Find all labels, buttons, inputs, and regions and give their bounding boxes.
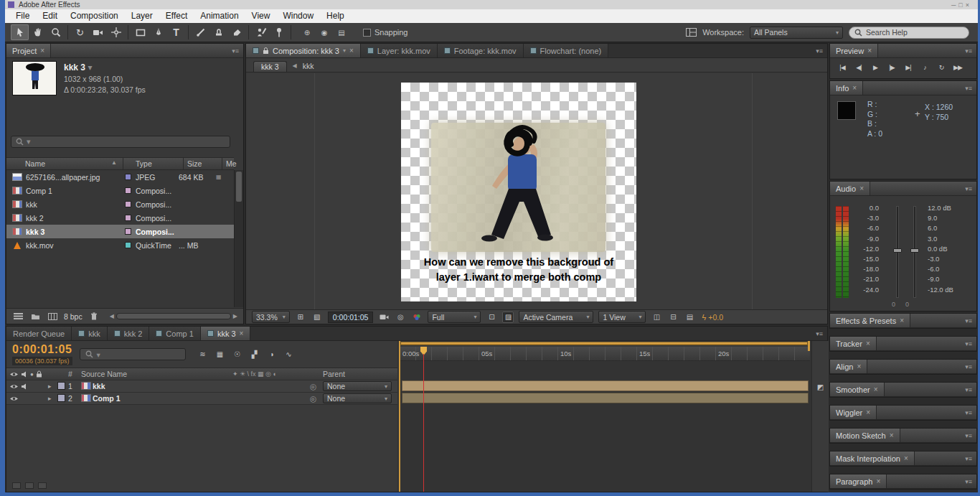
label-color-swatch[interactable] — [125, 242, 131, 248]
visibility-icon[interactable] — [9, 396, 19, 402]
new-composition-icon[interactable] — [47, 311, 58, 322]
column-name[interactable]: Name — [25, 159, 45, 168]
layer-color-swatch[interactable] — [57, 382, 68, 391]
project-search-input[interactable] — [11, 136, 230, 148]
close-icon[interactable] — [874, 385, 878, 393]
time-ruler[interactable]: 0:00s05s10s15s20s — [400, 347, 810, 361]
help-search-input[interactable]: Search Help — [849, 27, 969, 39]
view-layout-dropdown[interactable]: 1 View — [598, 311, 646, 323]
camera-tool[interactable] — [89, 24, 107, 40]
menu-item[interactable]: View — [245, 9, 277, 23]
type-tool[interactable]: T — [167, 24, 185, 40]
pan-behind-tool[interactable] — [107, 24, 125, 40]
panel-menu-icon[interactable] — [961, 432, 976, 439]
camera-dropdown[interactable]: Active Camera — [519, 311, 593, 323]
collapsed-panel-tab[interactable]: Wiggler — [830, 406, 877, 419]
show-channels-icon[interactable] — [411, 312, 423, 323]
eraser-tool[interactable] — [227, 24, 245, 40]
label-color-swatch[interactable] — [125, 187, 131, 194]
chevron-down-icon[interactable] — [97, 350, 100, 359]
audio-tab[interactable]: Audio — [830, 182, 870, 195]
close-icon[interactable] — [900, 317, 904, 324]
snapping-checkbox[interactable] — [363, 29, 371, 37]
close-icon[interactable] — [240, 329, 244, 337]
project-scrollbar[interactable] — [234, 170, 243, 307]
next-frame-button[interactable]: |▶ — [884, 62, 900, 73]
label-color-swatch[interactable] — [125, 228, 131, 235]
speaker-icon[interactable] — [21, 371, 28, 378]
bit-depth-button[interactable]: 8 bpc — [64, 312, 83, 321]
timeline-graph-area[interactable]: 0:00s05s10s15s20s — [399, 341, 810, 492]
breadcrumb-parent[interactable]: kkk — [303, 62, 314, 72]
previous-frame-button[interactable]: ◀| — [851, 62, 867, 73]
panel-menu-icon[interactable] — [961, 317, 976, 324]
motion-blur-icon[interactable]: ◑ — [266, 349, 278, 360]
project-item-row[interactable]: kkk Composi... — [6, 197, 234, 211]
layer-duration-bar[interactable] — [402, 393, 809, 403]
project-tab[interactable]: Project — [6, 44, 51, 57]
panel-menu-icon[interactable] — [227, 47, 243, 55]
layer-name[interactable]: kkk — [93, 382, 232, 390]
frame-blend-icon[interactable]: ▞ — [249, 349, 260, 360]
viewer-timecode[interactable]: 0:00:01:05 — [328, 312, 374, 323]
parent-dropdown[interactable]: None — [323, 381, 392, 391]
menu-item[interactable]: File — [9, 9, 36, 23]
collapsed-panel-tab[interactable]: Motion Sketch — [830, 429, 900, 442]
scrollbar-thumb[interactable] — [236, 172, 242, 202]
layer-name[interactable]: Comp 1 — [93, 394, 232, 403]
show-snapshot-icon[interactable] — [395, 312, 406, 323]
work-area[interactable] — [400, 341, 810, 347]
pick-whip-icon[interactable] — [310, 394, 323, 403]
project-item-row[interactable]: kkk 3 Composi... — [6, 225, 234, 238]
trash-icon[interactable] — [88, 311, 100, 322]
mini-flowchart-icon[interactable]: ≋ — [197, 349, 209, 360]
rotation-tool[interactable]: ↻ — [71, 24, 89, 40]
new-folder-icon[interactable] — [29, 311, 41, 322]
window-control-button[interactable]: ─ — [951, 1, 958, 9]
viewer-tab[interactable]: Footage: kkk.mov — [438, 44, 524, 57]
info-tab[interactable]: Info — [830, 81, 863, 95]
region-of-interest-icon[interactable] — [486, 312, 497, 323]
lock-icon[interactable] — [36, 370, 42, 378]
column-type[interactable]: Type — [136, 159, 152, 168]
label-color-swatch[interactable] — [125, 215, 131, 221]
shape-tool[interactable] — [131, 24, 149, 40]
audio-slider-left[interactable] — [896, 206, 899, 298]
collapsed-panel-tab[interactable]: Align — [830, 360, 867, 373]
pick-whip-icon[interactable] — [310, 382, 323, 390]
interpret-footage-icon[interactable] — [12, 311, 24, 322]
layer-color-swatch[interactable] — [57, 394, 68, 403]
close-icon[interactable] — [40, 47, 44, 55]
panel-menu-icon[interactable] — [961, 455, 976, 462]
roto-brush-tool[interactable] — [252, 24, 270, 40]
preview-tab[interactable]: Preview — [830, 44, 878, 57]
close-icon[interactable] — [349, 47, 354, 55]
close-icon[interactable] — [904, 454, 908, 462]
workspace-icon[interactable] — [685, 27, 697, 38]
visibility-icon[interactable] — [9, 383, 19, 390]
project-hscrollbar[interactable]: ◀▶ — [110, 313, 237, 319]
chevron-down-icon[interactable] — [343, 47, 346, 54]
timeline-footer-toggles[interactable] — [12, 482, 47, 489]
play-button[interactable]: ▶ — [867, 62, 883, 73]
label-color-swatch[interactable] — [125, 201, 131, 207]
project-table-header[interactable]: Name ▲ Type Size Me — [6, 157, 234, 170]
work-area-end-handle[interactable] — [808, 341, 810, 351]
timeline-button-icon[interactable] — [684, 312, 695, 323]
collapsed-panel-tab[interactable]: Mask Interpolation — [830, 451, 915, 465]
panel-menu-icon[interactable] — [961, 363, 976, 370]
window-control-button[interactable]: × — [966, 1, 972, 9]
close-icon[interactable] — [867, 47, 872, 55]
panel-menu-icon[interactable] — [961, 85, 976, 92]
last-frame-button[interactable]: ▶| — [900, 62, 916, 73]
timeline-tab[interactable]: kkk 3 — [201, 327, 251, 340]
project-item-row[interactable]: 6257166...allpaper.jpg JPEG 684 KB ▦ — [6, 170, 234, 184]
breadcrumb-back-icon[interactable]: ◀ — [293, 62, 297, 72]
timeline-search-input[interactable] — [80, 348, 186, 360]
timeline-tab[interactable]: kkk — [72, 327, 108, 340]
slider-handle[interactable] — [893, 248, 902, 253]
layer-row[interactable]: 2 Comp 1 None — [6, 393, 397, 405]
puppet-pin-tool[interactable] — [270, 24, 288, 40]
project-item-row[interactable]: kkk 2 Composi... — [6, 211, 234, 225]
panel-menu-icon[interactable] — [811, 47, 827, 55]
